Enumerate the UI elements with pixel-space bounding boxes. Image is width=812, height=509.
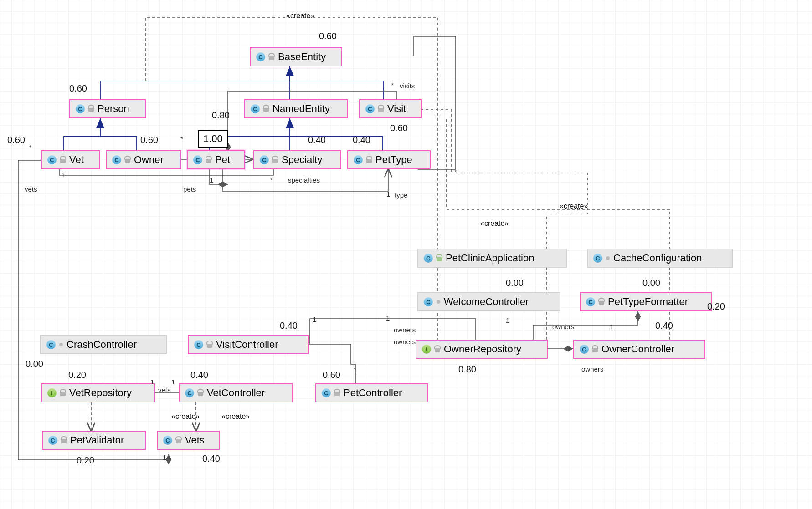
edge-label: vets [158, 386, 171, 394]
class-Pet[interactable]: CPet [187, 150, 245, 169]
class-Owner[interactable]: COwner [106, 150, 181, 169]
class-CacheConfiguration[interactable]: CCacheConfiguration [587, 249, 733, 268]
class-label: PetClinicApplication [446, 252, 534, 264]
class-label: CrashController [67, 339, 137, 351]
lock-icon [269, 54, 274, 60]
lock-icon [592, 346, 598, 352]
class-label: VetRepository [69, 387, 132, 399]
class-Person[interactable]: CPerson [69, 99, 146, 118]
lock-icon [125, 157, 130, 163]
weight-label: 0.20 [707, 301, 725, 312]
lock-icon [60, 157, 66, 163]
class-icon: C [185, 388, 194, 397]
class-icon: C [322, 388, 331, 397]
interface-icon: I [47, 388, 57, 397]
weight-label: 0.40 [280, 321, 298, 331]
class-Visit[interactable]: CVisit [359, 99, 422, 118]
interface-icon: I [422, 345, 431, 354]
class-icon: C [112, 155, 121, 164]
edge-label: 1 [210, 176, 213, 184]
weight-label: 0.60 [323, 370, 340, 380]
weight-label: 0.80 [212, 110, 230, 121]
uml-canvas[interactable]: 1.00 CBaseEntityCPersonCNamedEntityCVisi… [0, 0, 812, 509]
weight-label: 0.00 [642, 278, 660, 288]
pin-icon [606, 256, 610, 260]
edge-label: specialties [288, 176, 320, 184]
class-icon: C [580, 345, 589, 354]
class-icon: C [47, 155, 57, 164]
class-OwnerController[interactable]: COwnerController [573, 340, 705, 359]
class-PetController[interactable]: CPetController [315, 383, 428, 402]
weight-edit-box[interactable]: 1.00 [198, 130, 228, 148]
class-label: PetType [375, 154, 412, 166]
class-CrashController[interactable]: CCrashController [40, 335, 167, 354]
class-label: PetValidator [70, 434, 124, 446]
edge-label: owners [394, 338, 416, 346]
weight-label: 0.00 [26, 359, 43, 369]
weight-label: 0.20 [77, 455, 94, 466]
class-icon: C [354, 155, 363, 164]
lock-icon [437, 255, 442, 261]
weight-label: 0.40 [202, 453, 220, 464]
class-NamedEntity[interactable]: CNamedEntity [244, 99, 348, 118]
weight-label: 0.40 [308, 135, 326, 145]
stereotype-label: «create» [480, 219, 509, 228]
weight-label: 0.20 [68, 370, 86, 380]
edge-label: * [180, 135, 183, 143]
class-icon: C [424, 297, 433, 306]
class-icon: C [256, 52, 265, 61]
class-icon: C [251, 104, 260, 113]
class-label: Vet [69, 154, 84, 166]
class-Vet[interactable]: CVet [41, 150, 100, 169]
class-icon: C [48, 436, 57, 445]
edge-label: * [270, 176, 273, 184]
edge-label: * [454, 168, 457, 176]
weight-label: 0.60 [7, 135, 25, 145]
class-VetController[interactable]: CVetController [179, 383, 293, 402]
stereotype-label: «create» [221, 412, 250, 421]
weight-label: 0.60 [69, 83, 87, 94]
class-PetTypeFormatter[interactable]: CPetTypeFormatter [580, 292, 712, 311]
lock-icon [88, 106, 94, 112]
class-icon: C [193, 155, 202, 164]
edge-label: 1 [610, 323, 613, 331]
class-PetClinicApplication[interactable]: CPetClinicApplication [417, 249, 567, 268]
lock-icon [263, 106, 269, 112]
pin-icon [437, 300, 440, 304]
edge-label: type [395, 191, 407, 199]
edge-label: 1 [353, 366, 357, 374]
class-label: Owner [134, 154, 164, 166]
edge-label: 1 [386, 314, 390, 322]
class-label: Visit [387, 103, 406, 115]
class-Vets[interactable]: CVets [157, 431, 220, 450]
class-icon: C [163, 436, 172, 445]
class-icon: C [424, 254, 433, 263]
class-VisitController[interactable]: CVisitController [188, 335, 309, 354]
edge-label: 1 [163, 453, 166, 461]
weight-label: 0.40 [655, 321, 673, 331]
weight-label: 0.80 [458, 364, 476, 375]
edge-label: owners [552, 323, 574, 331]
class-PetType[interactable]: CPetType [347, 150, 431, 169]
lock-icon [206, 157, 211, 163]
class-OwnerRepository[interactable]: IOwnerRepository [416, 340, 548, 359]
class-VetRepository[interactable]: IVetRepository [41, 383, 155, 402]
class-label: OwnerRepository [444, 343, 521, 355]
edge-label: vets [25, 185, 37, 193]
class-WelcomeController[interactable]: CWelcomeController [417, 292, 560, 311]
weight-label: 0.40 [353, 135, 370, 145]
class-label: OwnerController [601, 343, 674, 355]
class-label: PetTypeFormatter [608, 296, 688, 308]
class-BaseEntity[interactable]: CBaseEntity [250, 47, 342, 66]
class-PetValidator[interactable]: CPetValidator [42, 431, 146, 450]
edge-label: * [29, 143, 32, 151]
class-icon: C [260, 155, 269, 164]
class-label: CacheConfiguration [613, 252, 702, 264]
lock-icon [198, 390, 203, 396]
class-Specialty[interactable]: CSpecialty [253, 150, 341, 169]
class-label: Pet [215, 154, 230, 166]
stereotype-label: «create» [560, 202, 588, 210]
lock-icon [435, 346, 440, 352]
lock-icon [60, 390, 66, 396]
edge-label: 1 [386, 190, 390, 198]
